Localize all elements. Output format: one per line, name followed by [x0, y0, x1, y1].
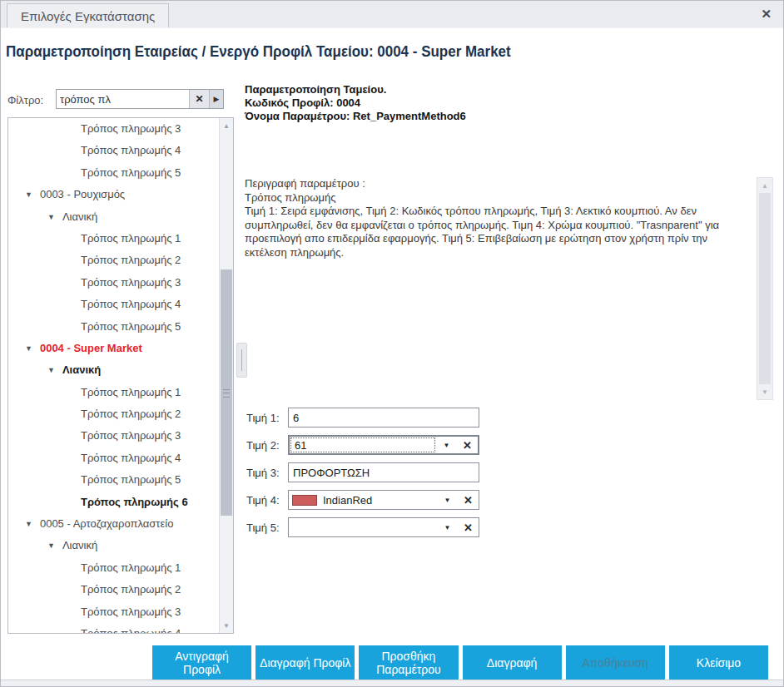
scroll-up-icon[interactable]: ▲	[220, 119, 233, 132]
dropdown-icon[interactable]: ▼	[437, 491, 458, 509]
tree-item[interactable]: ▼0005 - Αρτοζαχαροπλαστείο	[8, 513, 219, 535]
tree-scrollbar[interactable]: ▲ ▼	[219, 118, 233, 633]
tree-item[interactable]: ▼Λιανική	[8, 206, 219, 228]
value-5-field[interactable]: ▼✕	[288, 517, 479, 537]
value-3-field-label: Τιμή 3:	[246, 467, 288, 479]
tree-item[interactable]: Τρόπος πληρωμής 5	[8, 316, 219, 338]
dropdown-icon[interactable]: ▼	[437, 518, 458, 536]
tree-rows: Τρόπος πληρωμής 3Τρόπος πληρωμής 4Τρόπος…	[8, 118, 219, 633]
tree-item-label: Τρόπος πληρωμής 6	[81, 492, 188, 513]
close-button[interactable]: Κλείσιμο	[669, 645, 768, 680]
filter-next-icon[interactable]: ▶	[209, 90, 223, 108]
parameter-header-line: Όνομα Παραμέτρου: Ret_PaymentMethod6	[245, 110, 466, 123]
value-4-field-row: Τιμή 4:IndianRed▼✕	[246, 490, 288, 510]
tree-item[interactable]: Τρόπος πληρωμής 5	[8, 469, 219, 491]
tree-item-label: Τρόπος πληρωμής 4	[81, 447, 181, 469]
tree-item-label: Λιανική	[62, 535, 97, 556]
splitter-handle[interactable]	[236, 343, 247, 378]
tree-expander-icon[interactable]: ▼	[25, 513, 32, 535]
tree-item[interactable]: ▼Λιανική	[8, 359, 219, 381]
tree-item[interactable]: Τρόπος πληρωμής 1	[8, 557, 219, 579]
tree-item-label: Τρόπος πληρωμής 4	[81, 140, 181, 161]
tree-item[interactable]: Τρόπος πληρωμής 3	[8, 118, 219, 140]
tree-item[interactable]: Τρόπος πληρωμής 4	[8, 447, 219, 469]
tree-item[interactable]: Τρόπος πληρωμής 4	[8, 294, 219, 315]
tree-item[interactable]: Τρόπος πληρωμής 2	[8, 579, 219, 601]
tree-scrollbar-thumb[interactable]	[221, 269, 232, 516]
scroll-thumb-grip-icon	[223, 389, 230, 398]
tree-expander-icon[interactable]: ▼	[47, 535, 55, 556]
clear-icon[interactable]: ✕	[457, 437, 478, 453]
tree-item[interactable]: Τρόπος πληρωμής 4	[8, 140, 219, 161]
tree-item[interactable]: ▼Λιανική	[8, 535, 219, 556]
description-intro-line: Τρόπος πληρωμής	[245, 191, 744, 205]
tree-expander-icon[interactable]: ▼	[47, 206, 55, 228]
tree-item[interactable]: Τρόπος πληρωμής 6	[8, 492, 219, 513]
tree-item[interactable]: Τρόπος πληρωμής 3	[8, 601, 219, 623]
value-2-field-row: Τιμή 2:61▼✕	[246, 435, 288, 455]
tree-item[interactable]: ▼0004 - Super Market	[8, 338, 219, 359]
close-icon[interactable]: ✕	[761, 7, 772, 22]
tree-item-label: Τρόπος πληρωμής 1	[81, 382, 181, 403]
tree-item-label: Τρόπος πληρωμής 5	[81, 469, 181, 491]
tree-item[interactable]: Τρόπος πληρωμής 1	[8, 228, 219, 250]
tree-item-label: Λιανική	[62, 359, 101, 381]
value-3-field[interactable]	[288, 462, 479, 482]
tree-expander-icon[interactable]: ▼	[25, 338, 32, 359]
scroll-up-icon[interactable]: ▲	[757, 179, 772, 192]
tree-item[interactable]: Τρόπος πληρωμής 1	[8, 382, 219, 403]
parameter-description: Περιγραφή παραμέτρου : Τρόπος πληρωμής Τ…	[245, 177, 744, 259]
value-2-field[interactable]: 61▼✕	[288, 435, 479, 455]
clear-icon[interactable]: ✕	[458, 491, 479, 509]
tree-item[interactable]: Τρόπος πληρωμής 3	[8, 425, 219, 447]
value-1-field-label: Τιμή 1:	[246, 412, 288, 424]
value-4-field-label: Τιμή 4:	[246, 494, 288, 507]
tree-item-label: Τρόπος πληρωμής 2	[81, 250, 181, 271]
value-4-field-value[interactable]: IndianRed	[289, 491, 437, 509]
color-swatch	[292, 495, 317, 506]
value-2-field-text: 61	[295, 439, 306, 452]
value-1-field[interactable]	[288, 408, 479, 428]
dropdown-icon[interactable]: ▼	[436, 437, 457, 453]
add-parameter-button[interactable]: Προσθήκη Παραμέτρου	[359, 645, 458, 680]
tree-item-label: Τρόπος πληρωμής 2	[81, 403, 181, 425]
value-1-field-row: Τιμή 1:	[246, 408, 288, 428]
value-3-field-row: Τιμή 3:	[246, 462, 288, 482]
value-4-field[interactable]: IndianRed▼✕	[288, 490, 479, 510]
tree-item[interactable]: ▼0003 - Ρουχισμός	[8, 184, 219, 205]
tree-item[interactable]: Τρόπος πληρωμής 2	[8, 403, 219, 425]
tree-item-label: Τρόπος πληρωμής 3	[81, 118, 181, 140]
tree-item[interactable]: Τρόπος πληρωμής 4	[8, 623, 219, 633]
delete-button[interactable]: Διαγραφή	[463, 645, 562, 680]
filter-input[interactable]	[57, 90, 189, 108]
tree-item-label: Τρόπος πληρωμής 1	[81, 557, 181, 579]
value-5-field-value[interactable]	[289, 518, 437, 536]
description-scrollbar-thumb[interactable]	[759, 193, 771, 384]
scroll-down-icon[interactable]: ▼	[220, 619, 233, 632]
tree-item-label: Τρόπος πληρωμής 4	[81, 294, 181, 315]
clear-icon[interactable]: ✕	[458, 518, 479, 536]
scroll-down-icon[interactable]: ▼	[757, 385, 772, 398]
value-2-field-value[interactable]: 61	[290, 437, 435, 452]
tree-item[interactable]: Τρόπος πληρωμής 3	[8, 272, 219, 294]
filter-label: Φίλτρο:	[7, 94, 43, 106]
description-intro-line: Περιγραφή παραμέτρου :	[245, 177, 744, 191]
value-3-field-input[interactable]	[289, 463, 479, 482]
filter-clear-icon[interactable]: ✕	[189, 90, 209, 108]
tree-item[interactable]: Τρόπος πληρωμής 5	[8, 162, 219, 184]
tab-installation-options[interactable]: Επιλογές Εγκατάστασης	[7, 3, 169, 27]
tree-item-label: 0003 - Ρουχισμός	[40, 184, 125, 205]
description-scrollbar[interactable]: ▲ ▼	[757, 177, 773, 400]
save-button[interactable]: Αποθήκευση	[566, 645, 665, 680]
tree-item-label: Τρόπος πληρωμής 3	[81, 425, 181, 447]
tree-item-label: Τρόπος πληρωμής 3	[81, 601, 181, 623]
value-4-field-text: IndianRed	[323, 494, 372, 507]
delete-profile-button[interactable]: Διαγραφή Προφίλ	[256, 645, 355, 680]
tree-item[interactable]: Τρόπος πληρωμής 2	[8, 250, 219, 271]
action-buttons: Αντιγραφή ΠροφίλΔιαγραφή ΠροφίλΠροσθήκη …	[152, 645, 768, 680]
form-fields: Τιμή 1:Τιμή 2:61▼✕Τιμή 3:Τιμή 4:IndianRe…	[246, 408, 488, 549]
value-1-field-input[interactable]	[289, 408, 479, 427]
copy-profile-button[interactable]: Αντιγραφή Προφίλ	[152, 645, 251, 680]
tree-expander-icon[interactable]: ▼	[25, 184, 32, 205]
tree-expander-icon[interactable]: ▼	[47, 359, 55, 381]
